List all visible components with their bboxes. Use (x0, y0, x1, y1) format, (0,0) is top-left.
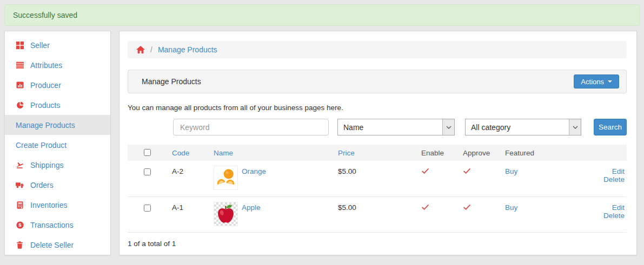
trash-icon (16, 241, 24, 249)
chevron-down-icon (608, 80, 612, 83)
page-title: Manage Products (142, 77, 201, 86)
select-chevron-icon (569, 119, 581, 135)
sidebar-item-transactions[interactable]: $ Transactions (5, 215, 110, 235)
alert-message: Successfully saved (13, 11, 77, 19)
edit-link[interactable]: Edit (612, 203, 625, 212)
truck-icon (16, 181, 24, 188)
success-alert: Successfully saved (4, 4, 640, 26)
enable-check-icon[interactable] (421, 167, 429, 175)
buy-link[interactable]: Buy (505, 167, 517, 175)
product-price: $5.00 (338, 167, 356, 175)
sidebar-item-seller[interactable]: Seller (5, 35, 110, 55)
sidebar-item-delete-seller[interactable]: Delete Seller (5, 235, 110, 255)
breadcrumb: / Manage Products (128, 41, 627, 58)
sidebar-item-label: Shippings (30, 161, 64, 169)
sort-select[interactable]: Name (337, 119, 455, 135)
calculator-icon (16, 201, 24, 209)
pie-chart-icon (16, 101, 24, 109)
product-name-link[interactable]: Orange (242, 167, 266, 175)
select-chevron-icon (442, 119, 454, 135)
approve-check-icon[interactable] (463, 203, 471, 212)
sidebar-item-label: Transactions (30, 221, 74, 229)
sidebar-item-inventories[interactable]: Inventories (5, 195, 110, 215)
sidebar-item-label: Manage Products (16, 121, 75, 130)
svg-text:$: $ (18, 222, 22, 228)
column-header-price[interactable]: Price (338, 149, 355, 157)
sidebar-item-shippings[interactable]: Shippings (5, 155, 110, 175)
row-checkbox[interactable] (144, 168, 151, 175)
sidebar-item-label: Seller (30, 41, 50, 50)
approve-check-icon[interactable] (463, 167, 471, 175)
breadcrumb-separator: / (150, 45, 152, 54)
category-select[interactable]: All category (465, 119, 581, 135)
table-row: A-1 Apple $5.00 Buy Edit (128, 196, 627, 232)
sidebar-item-orders[interactable]: Orders (5, 175, 110, 195)
page-layout: Seller Attributes Producer Products Mana… (4, 31, 637, 255)
sidebar-item-products[interactable]: Products (5, 95, 110, 115)
product-code: A-1 (172, 203, 183, 212)
delete-link[interactable]: Delete (603, 175, 625, 184)
list-icon (16, 62, 24, 69)
main-panel: / Manage Products Manage Products Action… (119, 31, 637, 255)
table-header-row: Code Name Price Enable Approve Featured (128, 145, 627, 161)
category-select-value: All category (466, 123, 569, 132)
sidebar: Seller Attributes Producer Products Mana… (4, 31, 111, 255)
row-checkbox[interactable] (144, 205, 151, 212)
delete-link[interactable]: Delete (603, 212, 625, 220)
dollar-circle-icon: $ (16, 221, 24, 229)
column-header-code[interactable]: Code (172, 149, 189, 157)
page-description: You can manage all products from all of … (128, 104, 627, 112)
sidebar-item-label: Delete Seller (30, 241, 74, 249)
panel-heading: Manage Products Actions (128, 70, 627, 93)
sidebar-item-label: Orders (30, 181, 54, 189)
column-header-featured: Featured (505, 149, 534, 157)
product-image-orange (214, 166, 238, 190)
search-toolbar: Name All category Search (128, 119, 627, 135)
sidebar-item-attributes[interactable]: Attributes (5, 55, 110, 75)
column-header-enable: Enable (421, 149, 444, 157)
actions-button[interactable]: Actions (574, 74, 619, 89)
bar-chart-icon (16, 81, 24, 89)
search-button[interactable]: Search (594, 119, 627, 135)
column-header-name[interactable]: Name (214, 149, 233, 157)
product-image-apple (214, 202, 238, 226)
product-name-link[interactable]: Apple (242, 203, 261, 212)
sidebar-item-create-product[interactable]: Create Product (5, 135, 110, 155)
edit-link[interactable]: Edit (612, 167, 625, 175)
column-header-approve: Approve (463, 149, 490, 157)
table-row: A-2 Orange $5.00 Buy Edit (128, 161, 627, 196)
plane-icon (16, 161, 24, 169)
sidebar-item-label: Create Product (16, 141, 67, 150)
sidebar-item-label: Producer (30, 81, 61, 90)
product-code: A-2 (172, 167, 183, 175)
home-icon[interactable] (136, 46, 145, 53)
sidebar-item-label: Attributes (30, 61, 62, 70)
enable-check-icon[interactable] (421, 203, 429, 212)
sidebar-item-label: Products (30, 101, 60, 110)
sidebar-item-manage-products[interactable]: Manage Products (5, 115, 110, 135)
breadcrumb-current[interactable]: Manage Products (158, 45, 217, 54)
sidebar-item-producer[interactable]: Producer (5, 75, 110, 95)
product-price: $5.00 (338, 203, 356, 212)
sort-select-value: Name (338, 123, 442, 132)
sidebar-item-label: Inventories (30, 201, 67, 209)
grid-icon (16, 42, 24, 49)
buy-link[interactable]: Buy (505, 203, 517, 212)
select-all-checkbox[interactable] (144, 149, 151, 156)
actions-button-label: Actions (581, 78, 604, 86)
keyword-input[interactable] (173, 119, 329, 135)
products-table: Code Name Price Enable Approve Featured … (128, 145, 627, 233)
pagination-summary: 1 of a total of 1 (128, 240, 627, 248)
